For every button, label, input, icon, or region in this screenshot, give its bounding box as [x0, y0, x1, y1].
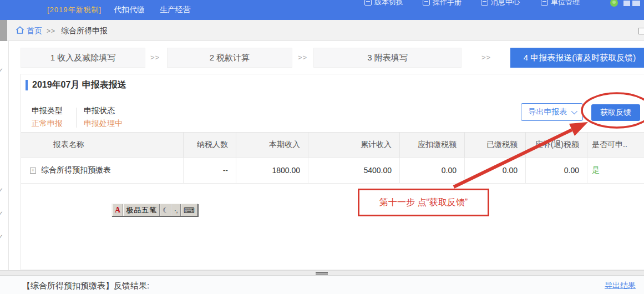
ime-fullhalf-icon[interactable]: ☾	[160, 204, 171, 216]
sidebar-edge-block	[0, 20, 7, 41]
splitter-handle-icon[interactable]	[316, 272, 328, 275]
menu-label: 版本切换	[374, 0, 403, 7]
declaration-panel: 2019年07月 申报表报送 申报类型 正常申报 申报状态 申报处理中 导出申报…	[21, 74, 644, 270]
ime-name-label[interactable]: 极品五笔	[123, 204, 160, 216]
cell-taxpayers: --	[184, 158, 236, 183]
expand-icon[interactable]: +	[30, 168, 36, 174]
title-accent-bar	[26, 80, 28, 90]
col-cumulative-income: 累计收入	[308, 133, 400, 157]
get-feedback-button[interactable]: 获取反馈	[591, 104, 640, 121]
user-avatar-icon[interactable]	[610, 0, 618, 7]
col-refund-tax: 应补(退)税额	[526, 133, 587, 157]
check-icon: ✓	[0, 186, 3, 194]
panel-title: 2019年07月 申报表报送	[32, 79, 126, 91]
declare-type-value: 正常申报	[32, 119, 63, 129]
menu-label: 单位管理	[551, 0, 580, 7]
col-declarable: 是否可申..	[587, 133, 644, 157]
collapse-icon[interactable]	[638, 28, 644, 34]
menu-unit-management[interactable]: 单位管理	[541, 0, 580, 8]
breadcrumb-separator: >>	[47, 27, 55, 35]
menu-manual[interactable]: 操作手册	[423, 0, 462, 8]
step-1-income[interactable]: 1 收入及减除填写	[21, 48, 145, 68]
ime-mode-button[interactable]: A	[112, 204, 123, 216]
annotation-step-note: 第十一步 点“获取反馈”	[358, 189, 489, 216]
cell-current-income: 1800.00	[236, 158, 308, 183]
home-icon[interactable]	[16, 26, 24, 34]
monitor-icon	[364, 0, 372, 6]
export-declaration-button[interactable]: 导出申报表	[521, 103, 583, 121]
mail-icon	[481, 0, 488, 6]
ime-keyboard-icon[interactable]: ⌨	[181, 204, 197, 216]
declaration-table: 报表名称 纳税人数 本期收入 累计收入 应扣缴税额 已缴税额 应补(退)税额 是…	[21, 132, 644, 184]
check-icon: ✓	[0, 233, 3, 241]
cell-paid-tax: 0.00	[465, 158, 526, 183]
table-header-row: 报表名称 纳税人数 本期收入 累计收入 应扣缴税额 已缴税额 应补(退)税额 是…	[21, 132, 644, 158]
cell-declarable: 是	[587, 158, 644, 183]
cell-withholding-tax: 0.00	[400, 158, 465, 183]
step-2-tax-calc[interactable]: 2 税款计算	[167, 48, 292, 68]
col-paid-tax: 已缴税额	[465, 133, 526, 157]
menu-label: 操作手册	[433, 0, 462, 7]
cell-report-name: + 综合所得预扣预缴表	[21, 158, 184, 183]
ime-toolbar: A 极品五笔 ☾ ·, ⌨	[111, 204, 198, 216]
step-separator: >>	[481, 53, 491, 62]
feedback-result-bar: 【综合所得预扣预缴表】反馈结果: 导出结果	[0, 276, 644, 294]
check-icon: ✓	[0, 67, 3, 74]
export-result-link[interactable]: 导出结果	[605, 281, 636, 291]
top-navbar: [2019年新税制] 代扣代缴 生产经营 版本切换 操作手册 消息中心 单位管理	[0, 0, 644, 20]
menu-version-switch[interactable]: 版本切换	[364, 0, 403, 8]
menu-message-center[interactable]: 消息中心	[481, 0, 520, 8]
declare-type-label: 申报类型	[32, 106, 63, 116]
book-icon	[423, 0, 430, 6]
step-4-submit[interactable]: 4 申报表报送(请及时获取反馈)	[510, 48, 644, 68]
feedback-result-label: 【综合所得预扣预缴表】反馈结果:	[22, 281, 149, 291]
ime-punctuation-icon[interactable]: ·,	[171, 204, 181, 216]
cell-refund-tax: 0.00	[526, 158, 587, 183]
col-report-name: 报表名称	[21, 133, 184, 157]
app-window: [2019年新税制] 代扣代缴 生产经营 版本切换 操作手册 消息中心 单位管理…	[0, 0, 644, 294]
company-name-clipped	[623, 1, 640, 6]
sidebar-divider	[8, 41, 9, 294]
step-separator: >>	[150, 53, 160, 62]
menu-label: 消息中心	[491, 0, 520, 7]
nav-business[interactable]: 生产经营	[160, 5, 191, 15]
check-icon: ✓	[0, 210, 3, 217]
col-current-income: 本期收入	[236, 133, 308, 157]
step-3-schedules[interactable]: 3 附表填写	[313, 48, 462, 68]
col-withholding-tax: 应扣缴税额	[400, 133, 465, 157]
building-icon	[541, 0, 548, 6]
breadcrumb-home[interactable]: 首页	[27, 26, 42, 36]
step-separator: >>	[298, 53, 307, 62]
declare-status-label: 申报状态	[84, 106, 115, 116]
col-taxpayers: 纳税人数	[184, 133, 236, 157]
breadcrumb: 首页 >> 综合所得申报	[0, 20, 644, 41]
declare-status-value: 申报处理中	[84, 119, 123, 129]
chevron-down-icon	[571, 108, 577, 114]
panel-splitter[interactable]	[0, 270, 644, 276]
table-row[interactable]: + 综合所得预扣预缴表 -- 1800.00 5400.00 0.00 0.00…	[21, 158, 644, 184]
annotation-text: 第十一步 点“获取反馈”	[379, 197, 468, 209]
cell-cumulative-income: 5400.00	[308, 158, 400, 183]
report-name: 综合所得预扣预缴表	[41, 165, 111, 175]
export-declaration-label: 导出申报表	[529, 107, 567, 117]
breadcrumb-current: 综合所得申报	[61, 26, 108, 36]
meta-divider	[76, 108, 77, 128]
tax-regime-badge: [2019年新税制]	[47, 5, 102, 15]
nav-withholding[interactable]: 代扣代缴	[114, 5, 145, 15]
